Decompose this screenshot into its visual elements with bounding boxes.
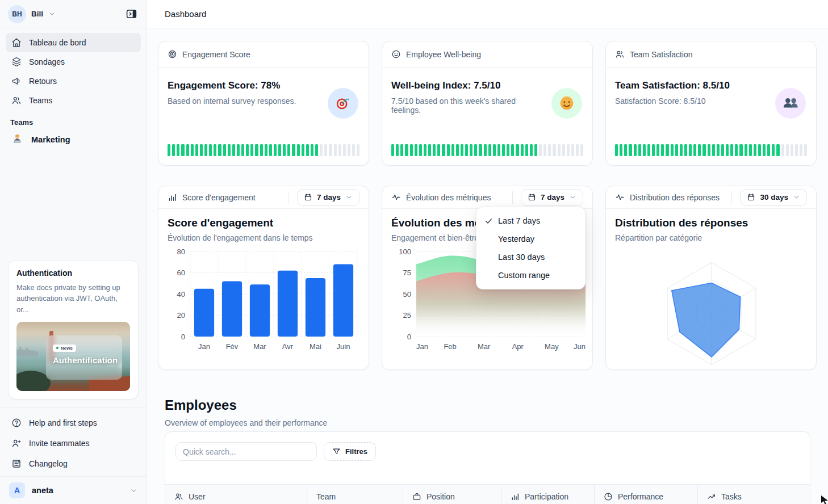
chart-title: Score d'engagement [168,217,359,229]
menu-item-last-30-days[interactable]: Last 30 days [476,248,585,266]
range-select-button[interactable]: 30 days [740,189,807,206]
sidebar-item-invite-teammates[interactable]: Invite teammates [6,433,141,453]
person-technologist-icon [11,133,23,146]
progress-segment [465,144,468,156]
progress-segment [348,144,350,156]
svg-text:50: 50 [403,290,411,299]
sidebar-item-marketing[interactable]: Marketing [0,130,147,149]
progress-segment [405,144,408,156]
progress-segment [260,144,263,156]
column-header-performance[interactable]: Performance [595,485,698,504]
progress-segment [334,144,337,156]
users-badge-icon [775,88,806,119]
progress-bar [391,144,583,156]
progress-segment [726,144,729,156]
sidebar-item-help-and-first-steps[interactable]: Help and first steps [6,413,141,433]
page-title: Dashboard [165,9,206,19]
progress-segment [168,144,170,156]
svg-text:Mar: Mar [478,342,491,351]
progress-segment [698,144,701,156]
chevron-down-icon [569,194,576,201]
progress-segment [246,144,249,156]
svg-text:100: 100 [399,247,411,256]
progress-segment [479,144,482,156]
progress-segment [558,144,561,156]
menu-item-last-7-days[interactable]: Last 7 days [476,212,585,230]
column-label: User [189,492,206,501]
column-header-user[interactable]: User [165,485,307,504]
progress-segment [329,144,332,156]
search-input[interactable] [175,442,317,461]
promo-card[interactable]: Authentication Make docs private by sett… [8,260,139,400]
menu-item-label: Custom range [498,271,550,280]
progress-segment [410,144,413,156]
progress-segment [228,144,231,156]
radar-chart-svg [615,245,808,378]
column-header-participation[interactable]: Participation [501,485,595,504]
progress-segment [232,144,235,156]
activity-icon [391,192,401,202]
column-header-position[interactable]: Position [403,485,501,504]
avatar: BH [8,5,26,23]
progress-segment [534,144,537,156]
column-label: Tasks [721,492,742,501]
target-badge-icon [328,88,358,119]
response-distribution-card: Distribution des réponses 30 days Distri… [605,186,817,370]
skyline-shape [16,347,38,356]
progress-segment [620,144,622,156]
menu-item-yesterday[interactable]: Yesterday [476,230,585,248]
bar-chart-svg: 020406080JanFévMarAvrMaiJuin [168,245,361,354]
progress-segment [470,144,472,156]
range-select-button[interactable]: 7 days [521,189,583,206]
main-content: Engagement Score Engagement Score: 78% B… [147,28,828,504]
progress-segment [209,144,212,156]
column-header-tasks[interactable]: Tasks [698,485,810,504]
progress-segment [474,144,477,156]
foliage-shape [16,371,51,391]
progress-segment [181,144,184,156]
progress-segment [763,144,766,156]
progress-segment [717,144,720,156]
sidebar-user-row[interactable]: BH Bill [0,0,147,28]
progress-segment [643,144,646,156]
chevron-down-icon [130,487,137,494]
workspace-switcher[interactable]: A aneta [0,476,147,504]
card-header-label: Score d'engagement [182,193,256,202]
bar-chart-icon [168,192,177,202]
collapse-sidebar-icon[interactable] [124,7,139,22]
sidebar-item-teams[interactable]: Teams [6,91,141,110]
progress-segment [338,144,341,156]
progress-segment [352,144,355,156]
progress-segment [172,144,175,156]
sidebar-item-tableau-de-bord[interactable]: Tableau de bord [6,33,141,52]
stat-description: 7.5/10 based on this week's shared feeli… [391,96,533,115]
user-plus-icon [11,438,22,448]
column-header-team[interactable]: Team [307,485,403,504]
progress-segment [666,144,668,156]
sidebar-nav: Tableau de bordSondagesRetoursTeams [0,28,147,110]
filters-button[interactable]: Filtres [324,442,376,461]
progress-segment [629,144,632,156]
teams-section-label: Teams [0,110,147,130]
menu-item-custom-range[interactable]: Custom range [476,266,585,284]
progress-segment [311,144,313,156]
progress-segment [488,144,491,156]
progress-segment [302,144,304,156]
sidebar-item-retours[interactable]: Retours [6,72,141,91]
sidebar-item-changelog[interactable]: Changelog [6,453,141,474]
promo-image: News Authentification [16,322,130,391]
bar-chart-icon [511,492,520,501]
progress-segment [652,144,655,156]
range-select-button[interactable]: 7 days [297,189,359,206]
sidebar: BH Bill Tableau de bordSondagesRetoursTe… [0,0,147,504]
calendar-icon [528,193,536,201]
promo-caption: Authentification [53,355,122,365]
sidebar-item-sondages[interactable]: Sondages [6,52,141,72]
calendar-icon [304,193,312,201]
progress-segment [576,144,579,156]
employees-subtitle: Overview of employees and their performa… [165,418,327,427]
bar-chart: 020406080JanFévMarAvrMaiJuin [168,245,359,356]
progress-segment [502,144,505,156]
svg-text:Jan: Jan [416,342,428,351]
progress-segment [516,144,518,156]
